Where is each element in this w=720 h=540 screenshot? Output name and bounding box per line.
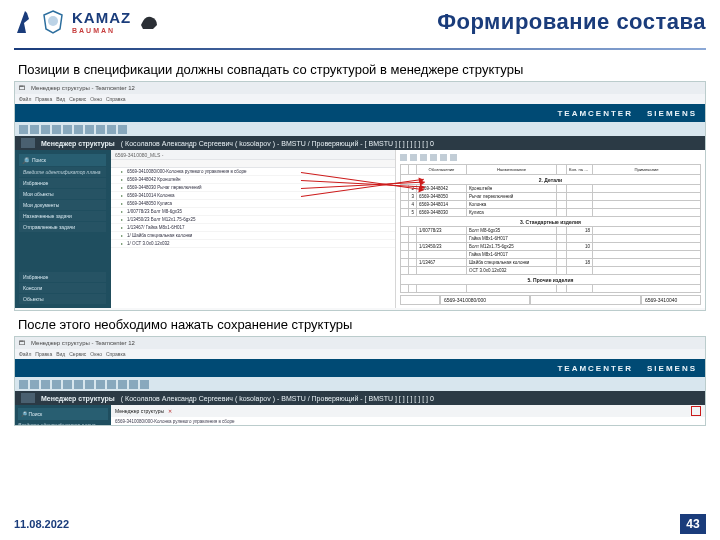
doc-tool-icon[interactable] bbox=[400, 154, 407, 161]
doc-toolbar bbox=[400, 152, 701, 162]
page-title: Формирование состава bbox=[437, 9, 706, 35]
sidebar-item[interactable]: Мои документы bbox=[19, 200, 106, 210]
sidebar-bottom[interactable]: Объекты bbox=[19, 294, 106, 304]
menu-edit[interactable]: Правка bbox=[35, 96, 52, 102]
close-icon[interactable]: ✕ bbox=[168, 408, 172, 414]
foot-code: 6569-3410080/000 bbox=[440, 295, 530, 305]
toolbar-icon[interactable] bbox=[52, 125, 61, 134]
logo-group: KAMAZ BAUMAN bbox=[14, 9, 161, 35]
window-title-bar: 🗔 Менеджер структуры - Teamcenter 12 bbox=[15, 337, 705, 349]
main-area: Менеджер структуры ✕ 6569-3410080/000-Ко… bbox=[111, 405, 705, 426]
kamaz-horse-icon bbox=[14, 9, 36, 35]
spec-header-row: Обозначение Наименование Кол. на изделие… bbox=[401, 165, 701, 175]
menu-view[interactable]: Вид bbox=[56, 96, 65, 102]
menu-bar: Файл Правка Вид Сервис Окно Справка bbox=[15, 349, 705, 359]
toolbar-icon[interactable] bbox=[140, 380, 149, 389]
sidebar-bottom[interactable]: Консоли bbox=[19, 283, 106, 293]
spec-document: Обозначение Наименование Кол. на изделие… bbox=[395, 150, 705, 308]
toolbar-icon[interactable] bbox=[63, 125, 72, 134]
tree-row[interactable]: 6569-3410014 Колонка bbox=[111, 192, 395, 200]
toolbar-icon[interactable] bbox=[85, 125, 94, 134]
sidebar-search: 🔎 Поиск bbox=[18, 408, 108, 420]
tree-row[interactable]: 1/00778/23 Болт М8-6gx35 bbox=[111, 208, 395, 216]
app-icon: 🗔 bbox=[19, 85, 25, 91]
menu-view[interactable]: Вид bbox=[56, 351, 65, 357]
tree-row[interactable]: 1/13450/23 Болт М12х1.75-6gx25 bbox=[111, 216, 395, 224]
screenshot-save: 🗔 Менеджер структуры - Teamcenter 12 Фай… bbox=[14, 336, 706, 426]
doc-tool-icon[interactable] bbox=[420, 154, 427, 161]
save-button-highlight[interactable] bbox=[691, 406, 701, 416]
tree-row[interactable]: 1/ Шайба специальная колонки bbox=[111, 232, 395, 240]
teamcenter-band: TEAMCENTER SIEMENS bbox=[15, 104, 705, 122]
module-band: Менеджер структуры ( Косолапов Александр… bbox=[15, 136, 705, 150]
search-input[interactable]: Введите идентификатор плана bbox=[19, 167, 106, 177]
toolbar-icon[interactable] bbox=[19, 125, 28, 134]
doc-tool-icon[interactable] bbox=[410, 154, 417, 161]
teamcenter-word: TEAMCENTER bbox=[557, 109, 633, 118]
brand-kamaz: KAMAZ bbox=[72, 10, 131, 25]
tree-row[interactable]: 6569-3448050 Кулиса bbox=[111, 200, 395, 208]
slide-header: KAMAZ BAUMAN Формирование состава bbox=[0, 0, 720, 44]
toolbar-icon[interactable] bbox=[129, 380, 138, 389]
toolbar-icon[interactable] bbox=[19, 380, 28, 389]
teamcenter-band: TEAMCENTER SIEMENS bbox=[15, 359, 705, 377]
menu-help[interactable]: Справка bbox=[106, 351, 126, 357]
toolbar-icon[interactable] bbox=[118, 125, 127, 134]
object-path: 6569-3410080/000-Колонка рулевого управл… bbox=[111, 417, 705, 426]
sidebar-item[interactable]: Избранное bbox=[19, 178, 106, 188]
toolbar-icon[interactable] bbox=[30, 125, 39, 134]
tree-row[interactable]: 1/13467/ Гайка М8х1-6Н017 bbox=[111, 224, 395, 232]
menu-file[interactable]: Файл bbox=[19, 351, 31, 357]
doc-tool-icon[interactable] bbox=[450, 154, 457, 161]
sidebar-item[interactable]: Отправленные задачи bbox=[19, 222, 106, 232]
footer-date: 11.08.2022 bbox=[14, 518, 69, 530]
spec-footer: 6569-3410080/000 6569-3410040 bbox=[400, 295, 701, 305]
toolbar-icon[interactable] bbox=[96, 125, 105, 134]
sidebar-item[interactable]: Назначенные задачи bbox=[19, 211, 106, 221]
toolbar-icon[interactable] bbox=[41, 380, 50, 389]
paragraph-2: После этого необходимо нажать сохранение… bbox=[18, 317, 702, 332]
menu-service[interactable]: Сервис bbox=[69, 96, 86, 102]
sidebar: 🔎 Поиск Введите идентификатор плана bbox=[15, 405, 111, 426]
toolbar-icon[interactable] bbox=[85, 380, 94, 389]
doc-tool-icon[interactable] bbox=[430, 154, 437, 161]
toolbar-icon[interactable] bbox=[63, 380, 72, 389]
menu-window[interactable]: Окно bbox=[90, 96, 102, 102]
toolbar bbox=[15, 377, 705, 391]
toolbar-icon[interactable] bbox=[41, 125, 50, 134]
page-number: 43 bbox=[680, 514, 706, 534]
section-std: 3. Стандартные изделия bbox=[401, 217, 701, 227]
toolbar-icon[interactable] bbox=[74, 380, 83, 389]
tree-row[interactable]: 6569-3410080/000-Колонка рулевого управл… bbox=[111, 168, 395, 176]
doc-tool-icon[interactable] bbox=[440, 154, 447, 161]
toolbar-icon[interactable] bbox=[52, 380, 61, 389]
tab-module[interactable]: Менеджер структуры bbox=[115, 408, 164, 414]
tree-tab[interactable]: 6569-3410080_MLS - bbox=[111, 150, 395, 160]
sidebar-bottom[interactable]: Избранное bbox=[19, 272, 106, 282]
toolbar-icon[interactable] bbox=[74, 125, 83, 134]
search-input[interactable]: Введите идентификатор плана bbox=[18, 422, 108, 426]
menu-help[interactable]: Справка bbox=[106, 96, 126, 102]
toolbar-icon[interactable] bbox=[118, 380, 127, 389]
toolbar-icon[interactable] bbox=[30, 380, 39, 389]
tree-row[interactable]: 1/ ОСТ 3.0х0.12х032 bbox=[111, 240, 395, 248]
toolbar bbox=[15, 122, 705, 136]
toolbar-icon[interactable] bbox=[107, 380, 116, 389]
section-detail: 2. Детали bbox=[401, 175, 701, 185]
slide-footer: 11.08.2022 43 bbox=[14, 514, 706, 534]
window-title: Менеджер структуры - Teamcenter 12 bbox=[31, 85, 135, 91]
teamcenter-word: TEAMCENTER bbox=[557, 364, 633, 373]
window-title: Менеджер структуры - Teamcenter 12 bbox=[31, 340, 135, 346]
sidebar-item[interactable]: Мои объекты bbox=[19, 189, 106, 199]
module-icon bbox=[21, 393, 35, 403]
toolbar-icon[interactable] bbox=[96, 380, 105, 389]
menu-service[interactable]: Сервис bbox=[69, 351, 86, 357]
menu-window[interactable]: Окно bbox=[90, 351, 102, 357]
user-context: ( Косолапов Александр Сергеевич ( kosola… bbox=[121, 140, 434, 147]
menu-file[interactable]: Файл bbox=[19, 96, 31, 102]
col-note: Примечание bbox=[593, 165, 701, 175]
tab-bar: Менеджер структуры ✕ bbox=[111, 405, 705, 417]
menu-edit[interactable]: Правка bbox=[35, 351, 52, 357]
module-icon bbox=[21, 138, 35, 148]
toolbar-icon[interactable] bbox=[107, 125, 116, 134]
